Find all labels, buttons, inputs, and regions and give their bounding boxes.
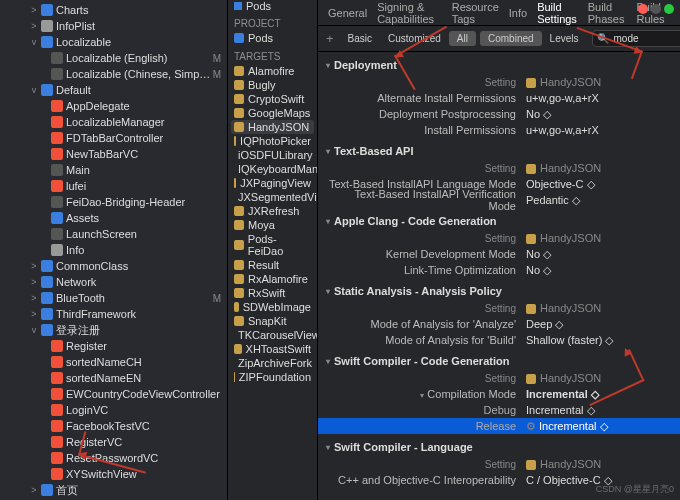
disclosure-icon[interactable]: > [30,293,38,303]
nav-row[interactable]: AppDelegate [0,98,227,114]
tab-build-phases[interactable]: Build Phases [588,1,627,25]
setting-value[interactable]: HandyJSON [526,372,672,384]
nav-row[interactable]: sortedNameCH [0,354,227,370]
nav-row[interactable]: Assets [0,210,227,226]
nav-row[interactable]: ResetPasswordVC [0,450,227,466]
setting-row[interactable]: Link-Time OptimizationNo ◇ [318,262,680,278]
setting-group-header[interactable]: ▾Swift Compiler - Language [318,438,680,456]
nav-row[interactable]: >InfoPlist [0,18,227,34]
nav-row[interactable]: >BlueToothM [0,290,227,306]
nav-row[interactable]: Localizable (Chinese, Simplified)M [0,66,227,82]
setting-row[interactable]: Deployment PostprocessingNo ◇ [318,106,680,122]
setting-group-header[interactable]: ▾Deployment [318,56,680,74]
setting-value[interactable]: ⚙Incremental ◇ [526,420,672,433]
nav-row[interactable]: >首页 [0,482,227,498]
target-item[interactable]: RxSwift [228,286,317,300]
setting-row[interactable]: SettingHandyJSON [318,456,680,472]
setting-group-header[interactable]: ▾Text-Based API [318,142,680,160]
setting-value[interactable]: HandyJSON [526,458,672,470]
nav-row[interactable]: FacebookTestVC [0,418,227,434]
nav-row[interactable]: Main [0,162,227,178]
target-item[interactable]: CryptoSwift [228,92,317,106]
nav-row[interactable]: RegisterVC [0,434,227,450]
disclosure-icon[interactable]: v [30,325,38,335]
nav-row[interactable]: lufei [0,178,227,194]
target-item[interactable]: XHToastSwift [228,342,317,356]
nav-row[interactable]: NewTabBarVC [0,146,227,162]
nav-row[interactable]: >CommonClass [0,258,227,274]
nav-row[interactable]: LaunchScreen [0,226,227,242]
disclosure-icon[interactable]: > [30,277,38,287]
target-item[interactable]: Bugly [228,78,317,92]
setting-value[interactable]: HandyJSON [526,76,672,88]
gear-icon[interactable]: ⚙ [526,420,536,432]
nav-row[interactable]: XYSwitchView [0,466,227,482]
target-item[interactable]: Alamofire [228,64,317,78]
target-item[interactable]: JXPagingView [228,176,317,190]
nav-row[interactable]: FDTabBarController [0,130,227,146]
nav-row[interactable]: v登录注册 [0,322,227,338]
setting-row[interactable]: Install Permissionsu+w,go-w,a+rX [318,122,680,138]
setting-value[interactable]: Incremental ◇ [526,388,672,401]
setting-row[interactable]: SettingHandyJSON [318,230,680,246]
setting-row[interactable]: SettingHandyJSON [318,160,680,176]
tab-resource-tags[interactable]: Resource Tags [452,1,499,25]
nav-row[interactable]: vDefault [0,82,227,98]
setting-group-header[interactable]: ▾Swift Compiler - Code Generation [318,352,680,370]
setting-group-header[interactable]: ▾Apple Clang - Code Generation [318,212,680,230]
disclosure-icon[interactable]: > [30,309,38,319]
setting-value[interactable]: u+w,go-w,a+rX [526,124,672,136]
seg-customized[interactable]: Customized [380,31,449,46]
target-item[interactable]: SnapKit [228,314,317,328]
target-item[interactable]: Result [228,258,317,272]
setting-value[interactable]: HandyJSON [526,302,672,314]
nav-row[interactable]: LoginVC [0,402,227,418]
setting-row[interactable]: Mode of Analysis for 'Build'Shallow (fas… [318,332,680,348]
seg-combined[interactable]: Combined [480,31,542,46]
setting-row[interactable]: Release⚙Incremental ◇ [318,418,680,434]
disclosure-icon[interactable]: v [30,85,38,95]
setting-value[interactable]: Incremental ◇ [526,404,672,417]
target-item[interactable]: ZipArchiveFork [228,356,317,370]
tab-info[interactable]: Info [509,7,527,19]
nav-row[interactable]: Localizable (English)M [0,50,227,66]
chevron-down-icon[interactable]: ▾ [420,391,424,400]
setting-group-header[interactable]: ▾Static Analysis - Analysis Policy [318,282,680,300]
setting-value[interactable]: Objective-C ◇ [526,178,672,191]
setting-row[interactable]: Kernel Development ModeNo ◇ [318,246,680,262]
setting-row[interactable]: DebugIncremental ◇ [318,402,680,418]
nav-row[interactable]: EWCountryCodeViewController [0,386,227,402]
setting-row[interactable]: SettingHandyJSON [318,300,680,316]
target-item[interactable]: TKCarouselView [228,328,317,342]
search-input[interactable] [613,33,680,44]
nav-row[interactable]: LocalizableManager [0,114,227,130]
target-item[interactable]: SDWebImage [228,300,317,314]
nav-row[interactable]: FeiDao-Bridging-Header [0,194,227,210]
setting-row[interactable]: Alternate Install Permissionsu+w,go-w,a+… [318,90,680,106]
nav-row[interactable]: vLocalizable [0,34,227,50]
setting-value[interactable]: u+w,go-w,a+rX [526,92,672,104]
target-item[interactable]: ZIPFoundation [228,370,317,384]
max-icon[interactable] [664,4,674,14]
search-box[interactable]: 🔍 ⓧ [592,30,680,47]
disclosure-icon[interactable]: v [30,37,38,47]
target-item[interactable]: IQPhotoPicker [228,134,317,148]
window-controls[interactable] [638,4,674,14]
setting-row[interactable]: SettingHandyJSON [318,370,680,386]
close-icon[interactable] [638,4,648,14]
disclosure-icon[interactable]: > [30,485,38,495]
nav-row[interactable]: Register [0,338,227,354]
seg-basic[interactable]: Basic [340,31,380,46]
seg-levels[interactable]: Levels [542,31,587,46]
nav-row[interactable]: >Charts [0,2,227,18]
setting-value[interactable]: Shallow (faster) ◇ [526,334,672,347]
setting-value[interactable]: Deep ◇ [526,318,672,331]
setting-value[interactable]: HandyJSON [526,162,672,174]
nav-row[interactable]: sortedNameEN [0,370,227,386]
target-item[interactable]: Pods-FeiDao [228,232,317,258]
disclosure-icon[interactable]: > [30,261,38,271]
seg-all[interactable]: All [449,31,476,46]
add-button[interactable]: + [326,31,334,46]
nav-row[interactable]: >Network [0,274,227,290]
setting-row[interactable]: Text-Based InstallAPI Verification ModeP… [318,192,680,208]
